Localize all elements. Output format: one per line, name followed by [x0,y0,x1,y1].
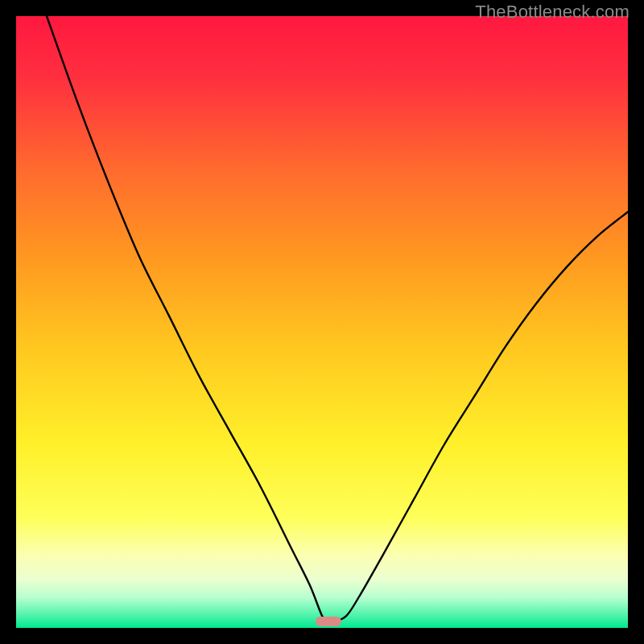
optimum-marker [316,617,341,626]
bottleneck-curve [16,16,628,628]
chart-frame: TheBottleneck.com [0,0,644,644]
watermark-text: TheBottleneck.com [475,2,630,23]
plot-area [16,16,628,628]
